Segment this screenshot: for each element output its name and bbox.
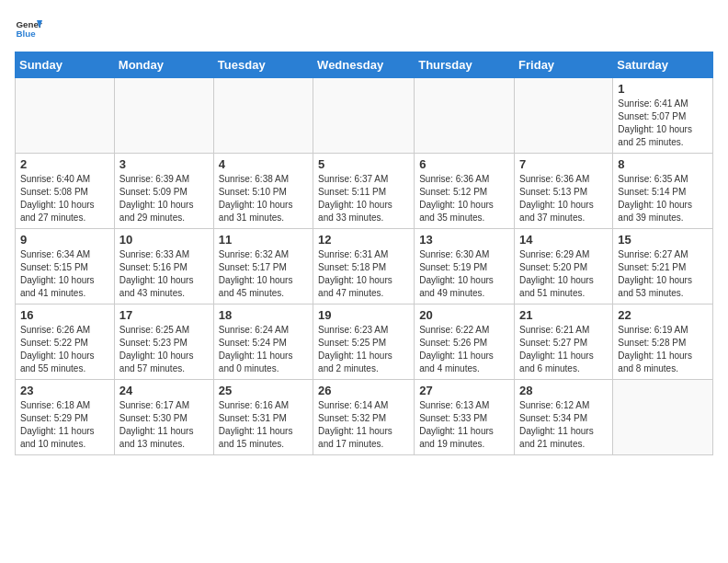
day-cell: 21Sunrise: 6:21 AM Sunset: 5:27 PM Dayli… [515,304,613,380]
day-number: 3 [119,157,209,171]
day-number: 19 [318,308,409,322]
day-cell: 23Sunrise: 6:18 AM Sunset: 5:29 PM Dayli… [16,380,115,455]
day-cell: 3Sunrise: 6:39 AM Sunset: 5:09 PM Daylig… [114,154,213,229]
day-info: Sunrise: 6:40 AM Sunset: 5:08 PM Dayligh… [20,173,109,224]
day-cell: 10Sunrise: 6:33 AM Sunset: 5:16 PM Dayli… [114,229,213,304]
day-cell: 6Sunrise: 6:36 AM Sunset: 5:12 PM Daylig… [415,154,515,229]
day-info: Sunrise: 6:17 AM Sunset: 5:30 PM Dayligh… [119,399,209,451]
day-info: Sunrise: 6:23 AM Sunset: 5:25 PM Dayligh… [318,324,409,375]
day-cell [213,78,313,154]
day-number: 11 [219,233,308,247]
day-number: 2 [20,157,109,171]
day-info: Sunrise: 6:38 AM Sunset: 5:10 PM Dayligh… [219,173,308,224]
day-cell: 1Sunrise: 6:41 AM Sunset: 5:07 PM Daylig… [613,78,713,154]
day-number: 4 [219,157,308,171]
day-number: 9 [20,233,109,247]
week-row-3: 9Sunrise: 6:34 AM Sunset: 5:15 PM Daylig… [16,229,713,304]
day-cell: 20Sunrise: 6:22 AM Sunset: 5:26 PM Dayli… [415,304,515,380]
day-cell [515,78,613,154]
day-info: Sunrise: 6:22 AM Sunset: 5:26 PM Dayligh… [419,324,509,375]
day-number: 18 [219,308,308,322]
header: General Blue [15,15,713,42]
day-number: 23 [20,384,109,397]
week-row-5: 23Sunrise: 6:18 AM Sunset: 5:29 PM Dayli… [16,380,713,455]
day-info: Sunrise: 6:30 AM Sunset: 5:19 PM Dayligh… [419,248,509,300]
day-number: 25 [219,384,308,397]
day-number: 10 [119,233,209,247]
day-info: Sunrise: 6:36 AM Sunset: 5:13 PM Dayligh… [519,173,608,224]
day-cell: 8Sunrise: 6:35 AM Sunset: 5:14 PM Daylig… [613,154,713,229]
day-info: Sunrise: 6:25 AM Sunset: 5:23 PM Dayligh… [119,324,209,375]
day-cell [613,380,713,455]
day-number: 6 [419,157,509,171]
day-info: Sunrise: 6:13 AM Sunset: 5:33 PM Dayligh… [419,399,509,451]
weekday-header-saturday: Saturday [613,52,713,78]
day-cell [16,78,115,154]
day-number: 5 [318,157,409,171]
day-info: Sunrise: 6:21 AM Sunset: 5:27 PM Dayligh… [519,324,608,375]
day-number: 1 [618,82,708,96]
day-cell: 4Sunrise: 6:38 AM Sunset: 5:10 PM Daylig… [213,154,313,229]
day-number: 13 [419,233,509,247]
weekday-header-row: SundayMondayTuesdayWednesdayThursdayFrid… [16,52,713,78]
day-info: Sunrise: 6:16 AM Sunset: 5:31 PM Dayligh… [219,399,308,451]
week-row-4: 16Sunrise: 6:26 AM Sunset: 5:22 PM Dayli… [16,304,713,380]
day-cell: 22Sunrise: 6:19 AM Sunset: 5:28 PM Dayli… [613,304,713,380]
day-number: 27 [419,384,509,397]
day-number: 12 [318,233,409,247]
day-number: 26 [318,384,409,397]
day-info: Sunrise: 6:33 AM Sunset: 5:16 PM Dayligh… [119,248,209,300]
day-number: 16 [20,308,109,322]
day-cell: 16Sunrise: 6:26 AM Sunset: 5:22 PM Dayli… [16,304,115,380]
day-cell: 17Sunrise: 6:25 AM Sunset: 5:23 PM Dayli… [114,304,213,380]
day-number: 7 [519,157,608,171]
day-cell [415,78,515,154]
day-number: 21 [519,308,608,322]
day-cell: 7Sunrise: 6:36 AM Sunset: 5:13 PM Daylig… [515,154,613,229]
day-info: Sunrise: 6:39 AM Sunset: 5:09 PM Dayligh… [119,173,209,224]
weekday-header-thursday: Thursday [415,52,515,78]
day-number: 28 [519,384,608,397]
logo: General Blue [15,15,42,42]
day-info: Sunrise: 6:18 AM Sunset: 5:29 PM Dayligh… [20,399,109,451]
day-info: Sunrise: 6:37 AM Sunset: 5:11 PM Dayligh… [318,173,409,224]
day-number: 24 [119,384,209,397]
day-cell [313,78,415,154]
day-cell: 5Sunrise: 6:37 AM Sunset: 5:11 PM Daylig… [313,154,415,229]
day-number: 14 [519,233,608,247]
day-cell: 18Sunrise: 6:24 AM Sunset: 5:24 PM Dayli… [213,304,313,380]
day-info: Sunrise: 6:36 AM Sunset: 5:12 PM Dayligh… [419,173,509,224]
day-number: 15 [618,233,708,247]
day-info: Sunrise: 6:26 AM Sunset: 5:22 PM Dayligh… [20,324,109,375]
day-info: Sunrise: 6:19 AM Sunset: 5:28 PM Dayligh… [618,324,708,375]
day-cell: 24Sunrise: 6:17 AM Sunset: 5:30 PM Dayli… [114,380,213,455]
weekday-header-monday: Monday [114,52,213,78]
weekday-header-tuesday: Tuesday [213,52,313,78]
day-cell: 14Sunrise: 6:29 AM Sunset: 5:20 PM Dayli… [515,229,613,304]
day-number: 17 [119,308,209,322]
day-info: Sunrise: 6:27 AM Sunset: 5:21 PM Dayligh… [618,248,708,300]
weekday-header-wednesday: Wednesday [313,52,415,78]
day-number: 20 [419,308,509,322]
weekday-header-sunday: Sunday [16,52,115,78]
day-info: Sunrise: 6:35 AM Sunset: 5:14 PM Dayligh… [618,173,708,224]
day-info: Sunrise: 6:14 AM Sunset: 5:32 PM Dayligh… [318,399,409,451]
day-cell: 9Sunrise: 6:34 AM Sunset: 5:15 PM Daylig… [16,229,115,304]
day-info: Sunrise: 6:31 AM Sunset: 5:18 PM Dayligh… [318,248,409,300]
day-cell: 12Sunrise: 6:31 AM Sunset: 5:18 PM Dayli… [313,229,415,304]
day-cell: 15Sunrise: 6:27 AM Sunset: 5:21 PM Dayli… [613,229,713,304]
day-info: Sunrise: 6:12 AM Sunset: 5:34 PM Dayligh… [519,399,608,451]
day-cell: 25Sunrise: 6:16 AM Sunset: 5:31 PM Dayli… [213,380,313,455]
day-cell: 19Sunrise: 6:23 AM Sunset: 5:25 PM Dayli… [313,304,415,380]
day-cell [114,78,213,154]
day-info: Sunrise: 6:32 AM Sunset: 5:17 PM Dayligh… [219,248,308,300]
day-cell: 13Sunrise: 6:30 AM Sunset: 5:19 PM Dayli… [415,229,515,304]
weekday-header-friday: Friday [515,52,613,78]
day-info: Sunrise: 6:34 AM Sunset: 5:15 PM Dayligh… [20,248,109,300]
day-info: Sunrise: 6:24 AM Sunset: 5:24 PM Dayligh… [219,324,308,375]
day-cell: 11Sunrise: 6:32 AM Sunset: 5:17 PM Dayli… [213,229,313,304]
day-info: Sunrise: 6:29 AM Sunset: 5:20 PM Dayligh… [519,248,608,300]
day-cell: 27Sunrise: 6:13 AM Sunset: 5:33 PM Dayli… [415,380,515,455]
day-cell: 26Sunrise: 6:14 AM Sunset: 5:32 PM Dayli… [313,380,415,455]
day-cell: 2Sunrise: 6:40 AM Sunset: 5:08 PM Daylig… [16,154,115,229]
